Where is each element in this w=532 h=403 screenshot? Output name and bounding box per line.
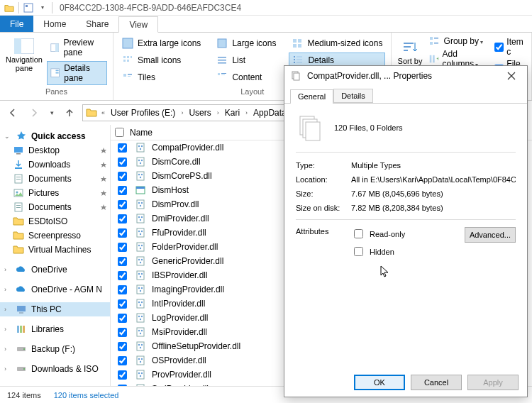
advanced-button[interactable]: Advanced... <box>465 227 516 243</box>
svg-rect-143 <box>306 122 320 140</box>
sidebar-item[interactable]: Screenpresso <box>0 228 110 243</box>
breadcrumb-segment[interactable]: User Profiles (E:) <box>106 105 179 121</box>
svg-rect-22 <box>218 62 226 64</box>
recent-locations-button[interactable]: ▾ <box>47 104 57 121</box>
row-checkbox[interactable] <box>118 200 127 209</box>
cancel-button[interactable]: Cancel <box>411 375 462 390</box>
group-by-button[interactable]: Group by <box>428 35 489 47</box>
row-checkbox[interactable] <box>118 271 127 280</box>
svg-rect-15 <box>123 56 126 58</box>
tab-details[interactable]: Details <box>333 89 373 103</box>
readonly-checkbox[interactable]: Read-only <box>351 227 405 241</box>
row-checkbox[interactable] <box>118 299 127 309</box>
sidebar-item-label: Downloads <box>28 160 70 170</box>
file-name: LogProvider.dll <box>152 313 208 323</box>
row-checkbox[interactable] <box>118 228 127 238</box>
sidebar-onedrive[interactable]: ›OneDrive <box>0 263 110 277</box>
status-selected-count: 120 items selected <box>54 391 119 399</box>
svg-point-102 <box>140 276 141 277</box>
svg-rect-5 <box>55 44 59 52</box>
sidebar-this-pc[interactable]: ›This PC <box>0 302 110 316</box>
preview-pane-button[interactable]: Preview pane <box>47 35 107 60</box>
sidebar-item[interactable]: Virtual Machines <box>0 243 110 257</box>
sidebar-item[interactable]: ESDtoISO <box>0 214 110 228</box>
svg-point-80 <box>138 202 140 204</box>
sidebar-item[interactable]: Documents <box>0 200 110 214</box>
dll-icon <box>135 170 146 182</box>
column-header-name[interactable]: Name <box>130 128 153 138</box>
layout-list[interactable]: List <box>214 53 279 68</box>
layout-small[interactable]: Small icons <box>119 53 204 68</box>
qat-dropdown-icon[interactable] <box>38 3 48 13</box>
sidebar-item[interactable]: Desktop <box>0 143 110 158</box>
row-checkbox[interactable] <box>118 385 127 387</box>
breadcrumb-segment[interactable]: Kari <box>221 105 244 121</box>
apply-button[interactable]: Apply <box>467 375 519 390</box>
tab-share[interactable]: Share <box>76 16 118 32</box>
content-icon <box>216 72 228 83</box>
svg-point-108 <box>138 302 140 303</box>
select-all-checkbox[interactable] <box>115 128 124 137</box>
svg-rect-123 <box>137 356 144 365</box>
svg-rect-19 <box>127 60 129 62</box>
row-checkbox[interactable] <box>118 285 127 294</box>
cloud-icon <box>16 264 27 275</box>
forward-button[interactable] <box>26 104 43 121</box>
row-checkbox[interactable] <box>118 314 127 323</box>
sidebar-item-label: Pictures <box>28 188 59 198</box>
small-icon <box>122 55 133 66</box>
layout-medium[interactable]: Medium-sized icons <box>289 35 385 51</box>
svg-rect-30 <box>128 74 132 75</box>
row-checkbox[interactable] <box>118 143 127 153</box>
row-checkbox[interactable] <box>118 328 127 337</box>
row-checkbox[interactable] <box>118 158 127 167</box>
chevron-icon[interactable]: « <box>100 109 106 116</box>
svg-rect-87 <box>137 228 144 237</box>
file-name: ImagingProvider.dll <box>152 285 224 294</box>
sidebar-backup-drive[interactable]: ›Backup (F:) <box>0 342 110 356</box>
tab-general[interactable]: General <box>290 89 333 104</box>
row-checkbox[interactable] <box>118 257 127 266</box>
svg-rect-95 <box>137 257 144 265</box>
item-checkboxes-toggle[interactable]: Item c <box>494 37 526 57</box>
sidebar-item[interactable]: Documents <box>0 172 110 186</box>
layout-tiles[interactable]: Tiles <box>119 70 204 85</box>
back-button[interactable] <box>4 104 21 121</box>
row-checkbox[interactable] <box>118 370 127 380</box>
sidebar-item[interactable]: Downloads <box>0 158 110 172</box>
ok-button[interactable]: OK <box>354 375 405 390</box>
row-checkbox[interactable] <box>118 172 127 181</box>
tab-home[interactable]: Home <box>33 16 76 32</box>
file-stack-icon <box>296 114 324 142</box>
svg-rect-18 <box>123 60 126 62</box>
layout-extra-large[interactable]: Extra large icons <box>119 35 204 51</box>
svg-rect-8 <box>55 72 58 74</box>
row-checkbox[interactable] <box>118 214 127 223</box>
sidebar-onedrive-agm[interactable]: ›OneDrive - AGM N <box>0 282 110 297</box>
breadcrumb-segment[interactable]: Users <box>184 105 215 121</box>
tab-view[interactable]: View <box>118 16 158 33</box>
svg-rect-20 <box>218 57 226 58</box>
close-button[interactable] <box>501 69 521 83</box>
svg-point-98 <box>140 262 141 263</box>
up-button[interactable] <box>61 104 78 121</box>
navigation-pane-button[interactable]: Navigation pane <box>6 35 43 87</box>
sidebar-libraries[interactable]: ›Libraries <box>0 322 110 336</box>
row-checkbox[interactable] <box>118 243 127 252</box>
svg-rect-28 <box>297 62 302 63</box>
layout-large[interactable]: Large icons <box>214 35 279 51</box>
file-name: MsiProvider.dll <box>152 327 207 337</box>
qat-properties-icon[interactable] <box>23 3 33 13</box>
svg-rect-65 <box>137 143 144 152</box>
row-checkbox[interactable] <box>118 356 127 365</box>
size-value: 7.67 MB (8,045,696 bytes) <box>351 189 516 198</box>
row-checkbox[interactable] <box>118 342 127 351</box>
details-pane-button[interactable]: Details pane <box>47 61 107 85</box>
hidden-checkbox[interactable]: Hidden <box>351 245 405 258</box>
layout-content[interactable]: Content <box>214 70 279 85</box>
tab-file[interactable]: File <box>0 16 33 32</box>
sidebar-item[interactable]: Pictures <box>0 186 110 200</box>
sidebar-quick-access[interactable]: ⌄Quick access <box>0 129 110 143</box>
row-checkbox[interactable] <box>118 186 127 195</box>
sidebar-downloads-iso-drive[interactable]: ›Downloads & ISO <box>0 362 110 376</box>
